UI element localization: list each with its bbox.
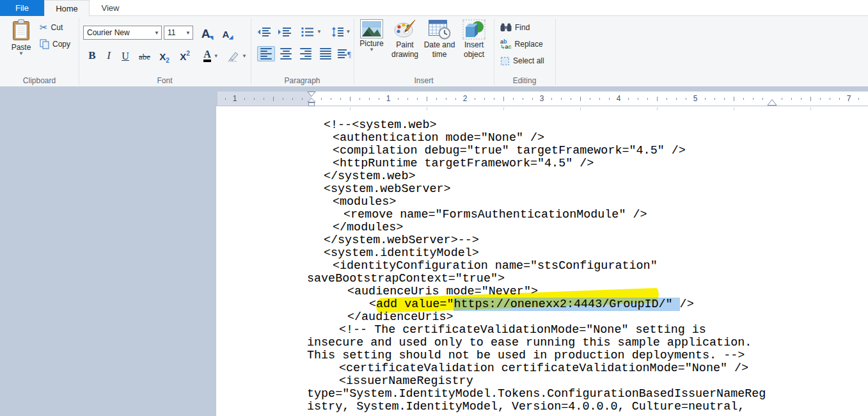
- paragraph-button[interactable]: ¶: [335, 46, 353, 61]
- find-button[interactable]: Find: [500, 20, 530, 35]
- document-line[interactable]: </system.web>: [307, 170, 766, 183]
- subscript-button[interactable]: X2: [156, 47, 173, 62]
- tab-view[interactable]: View: [90, 0, 131, 16]
- justify-button[interactable]: [317, 46, 335, 61]
- document-line[interactable]: </modules>: [307, 221, 766, 234]
- font-color-button[interactable]: A ▼: [200, 47, 223, 62]
- paste-button[interactable]: Paste ▼: [5, 19, 37, 74]
- picture-button[interactable]: Picture ▼: [356, 19, 388, 74]
- document-line[interactable]: <httpRuntime targetFramework="4.5" />: [307, 157, 766, 170]
- wordpad-window: File Home View Paste ▼ ✂ Cut: [0, 0, 868, 416]
- ruler-tick: [369, 98, 370, 100]
- document-line[interactable]: <modules>: [307, 196, 766, 209]
- document-line[interactable]: <issuerNameRegistry: [307, 375, 766, 388]
- right-indent-marker[interactable]: [767, 99, 777, 106]
- select-all-button[interactable]: Select all: [500, 54, 544, 68]
- replace-button[interactable]: ab ↳ac Replace: [500, 37, 543, 51]
- document-line[interactable]: <compilation debug="true" targetFramewor…: [307, 145, 766, 157]
- grow-font-button[interactable]: A ◥: [198, 24, 216, 41]
- document-line[interactable]: <authentication mode="None" />: [307, 132, 766, 145]
- document-line[interactable]: This setting should not be used in produ…: [307, 349, 766, 362]
- ruler-tick: [839, 98, 840, 100]
- italic-button[interactable]: I: [102, 47, 115, 62]
- document-line[interactable]: </system.webServer>-->: [307, 234, 766, 247]
- copy-button[interactable]: Copy: [40, 37, 70, 51]
- text-highlight-button[interactable]: ▼: [225, 47, 248, 62]
- document-line[interactable]: <system.identityModel>: [307, 247, 766, 260]
- ruler-tick: [676, 98, 677, 100]
- ruler-tick: [782, 98, 782, 100]
- insert-object-button[interactable]: Insert object: [458, 19, 490, 74]
- selected-text[interactable]: https://onenexx2:4443/GroupID/": [454, 298, 679, 311]
- document-text[interactable]: <!--<system.web><authentication mode="No…: [307, 119, 766, 413]
- insert-object-label-1: Insert: [464, 41, 484, 49]
- strikethrough-button[interactable]: abe: [136, 47, 154, 62]
- ruler-tick: [532, 98, 533, 100]
- chevron-down-icon: ▼: [214, 54, 219, 58]
- ruler-tick: [455, 98, 456, 100]
- line-spacing-button[interactable]: ▼: [328, 24, 354, 40]
- align-left-button[interactable]: [257, 46, 275, 61]
- tab-home[interactable]: Home: [44, 0, 90, 16]
- ribbon-tab-bar: File Home View: [0, 0, 868, 16]
- document-line[interactable]: </audienceUris>: [307, 311, 766, 324]
- ruler-tick: [571, 98, 571, 100]
- list-button[interactable]: ▼: [299, 24, 324, 40]
- document-line[interactable]: <audienceUris mode="Never">: [307, 285, 766, 298]
- chevron-down-icon[interactable]: ▼: [184, 30, 193, 36]
- document-line[interactable]: <identityConfiguration name="stsConfigur…: [307, 260, 766, 273]
- document-line[interactable]: <!-- The certificateValidationMode="None…: [307, 324, 766, 337]
- picture-icon: [360, 19, 383, 38]
- document-line[interactable]: saveBootstrapContext="true">: [307, 273, 766, 285]
- document-line[interactable]: istry, System.IdentityModel, Version=4.0…: [307, 401, 766, 413]
- font-family-combobox[interactable]: Courier New ▼: [83, 26, 162, 40]
- bold-button[interactable]: B: [84, 47, 100, 62]
- document-line[interactable]: <certificateValidation certificateValida…: [307, 362, 766, 375]
- document-line[interactable]: <system.webServer>: [307, 183, 766, 196]
- increase-indent-button[interactable]: [276, 24, 294, 40]
- document-line[interactable]: insecure and used only to ease running t…: [307, 337, 766, 349]
- shrink-font-arrow-icon: ◥: [228, 35, 233, 41]
- cut-button[interactable]: ✂ Cut: [40, 20, 63, 35]
- chevron-down-icon: ▼: [317, 30, 322, 34]
- ruler-number: 5: [689, 94, 702, 103]
- ruler-tick: [513, 98, 514, 100]
- tab-stop-tick: [350, 108, 351, 110]
- ruler-tick: [686, 98, 686, 100]
- ruler-tick: [379, 98, 379, 100]
- scissors-icon: ✂: [40, 22, 48, 33]
- ruler-tick: [359, 98, 360, 100]
- tab-file[interactable]: File: [0, 0, 44, 16]
- ruler-tick: [810, 97, 811, 101]
- font-size-combobox[interactable]: 11 ▼: [164, 26, 193, 40]
- document-line[interactable]: <!--<system.web>: [307, 119, 766, 132]
- decrease-indent-button[interactable]: [255, 24, 273, 40]
- ruler-tick: [830, 98, 830, 100]
- cut-label: Cut: [51, 23, 63, 32]
- document-line[interactable]: <remove name="FormsAuthenticationModule"…: [307, 209, 766, 221]
- date-and-time-button[interactable]: Date and time: [423, 19, 455, 74]
- binoculars-icon: [500, 23, 512, 32]
- tab-stop-tick: [427, 108, 427, 110]
- ruler-tick: [264, 98, 264, 100]
- ruler-tick: [599, 98, 600, 100]
- document-line[interactable]: type="System.IdentityModel.Tokens.Config…: [307, 388, 766, 401]
- document-line[interactable]: <add value="https://onenexx2:4443/GroupI…: [307, 298, 766, 311]
- underline-button[interactable]: U: [118, 47, 133, 62]
- tab-stop-tick: [580, 108, 581, 110]
- first-line-indent-marker[interactable]: [306, 92, 317, 106]
- ruler-tick: [609, 98, 610, 100]
- chevron-down-icon[interactable]: ▼: [152, 30, 161, 36]
- shrink-font-button[interactable]: A ◥: [219, 24, 236, 41]
- align-center-button[interactable]: [277, 46, 295, 61]
- superscript-button[interactable]: X2: [177, 47, 193, 62]
- ruler-tick: [858, 98, 859, 100]
- grow-font-arrow-icon: ◥: [209, 35, 213, 41]
- copy-icon: [40, 39, 49, 49]
- ruler-tick: [647, 98, 648, 100]
- paint-drawing-label-1: Paint: [396, 41, 413, 49]
- ruler-tick: [820, 98, 821, 100]
- paint-drawing-button[interactable]: Paint drawing: [389, 19, 421, 74]
- ruler-tick: [225, 98, 226, 100]
- align-right-button[interactable]: [297, 46, 315, 61]
